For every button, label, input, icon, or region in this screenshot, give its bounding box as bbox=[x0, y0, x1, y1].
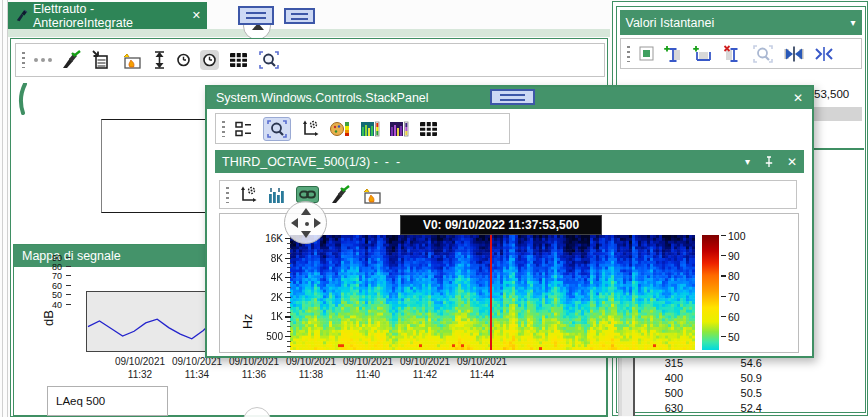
legend-chip-icon[interactable] bbox=[639, 46, 654, 61]
clock-icon[interactable] bbox=[176, 51, 191, 69]
nav-down-icon[interactable] bbox=[301, 231, 311, 238]
overflow-icon[interactable] bbox=[34, 58, 38, 62]
colorbar-tick-mark bbox=[721, 235, 726, 236]
spectro-minor-tick bbox=[287, 243, 291, 244]
zoom-region-icon[interactable] bbox=[258, 50, 280, 70]
valori-timestamp-fragment: 53,500 bbox=[814, 88, 849, 100]
spectrogram-plot[interactable] bbox=[290, 235, 695, 350]
add-span-icon[interactable] bbox=[692, 44, 714, 64]
import-table-icon[interactable] bbox=[91, 50, 111, 70]
spectro-ytick-mark bbox=[285, 258, 291, 259]
main-toolbar bbox=[15, 43, 605, 77]
selection-mark bbox=[15, 83, 29, 115]
fit-vertical-icon[interactable] bbox=[152, 50, 167, 70]
colorbar bbox=[702, 235, 719, 350]
y-tick-mark bbox=[66, 257, 71, 258]
tool-check-icon[interactable] bbox=[328, 185, 351, 205]
valori-frequency-cell[interactable]: 500 bbox=[640, 387, 683, 399]
image-flame-icon[interactable] bbox=[360, 185, 383, 205]
spectro-minor-tick bbox=[287, 346, 291, 347]
toolbar-grip[interactable] bbox=[627, 46, 630, 62]
document-tab[interactable]: Elettrauto - AnterioreIntegrate ✕ bbox=[8, 2, 207, 29]
spectro-minor-tick bbox=[287, 321, 291, 322]
spectro-minor-tick bbox=[287, 272, 291, 273]
spectro-minor-tick bbox=[287, 307, 291, 308]
axes-settings-icon[interactable] bbox=[238, 185, 258, 205]
spectrogram-purple-icon[interactable] bbox=[389, 121, 409, 137]
nav-pad[interactable] bbox=[284, 201, 327, 244]
colorbar-tick-label: 70 bbox=[728, 291, 752, 303]
add-cursor-icon[interactable] bbox=[663, 44, 683, 64]
spectro-minor-tick bbox=[287, 267, 291, 268]
valori-frequency-cell[interactable]: 400 bbox=[640, 372, 683, 384]
floating-window-close-icon[interactable]: ✕ bbox=[793, 91, 803, 105]
tab-title: Elettrauto - AnterioreIntegrate bbox=[33, 2, 192, 30]
app-screen: Elettrauto - AnterioreIntegrate ✕ bbox=[0, 0, 868, 417]
valori-value-cell[interactable]: 50.9 bbox=[722, 372, 762, 384]
table-icon[interactable] bbox=[418, 120, 439, 138]
valori-header[interactable]: Valori Istantanei ▾ bbox=[620, 10, 862, 35]
table-icon[interactable] bbox=[228, 51, 249, 69]
tabstrip-underline bbox=[8, 29, 610, 37]
spectro-ytick-mark bbox=[285, 336, 291, 337]
spectro-minor-tick bbox=[287, 302, 291, 303]
spectro-ytick-mark bbox=[285, 316, 291, 317]
y-tick-mark bbox=[66, 294, 71, 295]
snap-cursors-icon[interactable] bbox=[814, 44, 834, 64]
nav-center-dot[interactable] bbox=[305, 222, 309, 226]
spectro-minor-tick bbox=[287, 282, 291, 283]
spectrogram-green-icon[interactable] bbox=[360, 121, 380, 137]
valori-scrollbar[interactable] bbox=[618, 354, 635, 416]
mappa-legend-label: LAeq 500 bbox=[56, 395, 105, 407]
third-octave-close-icon[interactable]: ✕ bbox=[787, 155, 797, 169]
tab-close-icon[interactable]: ✕ bbox=[192, 9, 201, 22]
spectro-minor-tick bbox=[287, 253, 291, 254]
stats-bars-icon[interactable] bbox=[267, 186, 287, 204]
chevron-down-icon[interactable]: ▾ bbox=[850, 17, 855, 28]
valori-value-cell[interactable]: 52.4 bbox=[722, 402, 762, 414]
colorbar-tick-mark bbox=[721, 296, 726, 297]
spectro-ytick-label: 2K bbox=[257, 292, 283, 303]
valori-title: Valori Istantanei bbox=[626, 16, 851, 30]
image-flame-icon[interactable] bbox=[120, 50, 143, 70]
toolbar-grip[interactable] bbox=[22, 52, 25, 68]
dock-hint-box[interactable] bbox=[284, 8, 315, 24]
mappa-legend-box[interactable]: LAeq 500 bbox=[47, 386, 168, 416]
zoom-region-selected-icon[interactable] bbox=[263, 117, 291, 141]
stackpanel-toolbar bbox=[215, 113, 510, 144]
y-tick-mark bbox=[66, 275, 71, 276]
third-octave-title: THIRD_OCTAVE_500(1/3) - - - bbox=[222, 155, 745, 169]
nav-up-icon[interactable] bbox=[301, 208, 311, 215]
nav-right-icon[interactable] bbox=[314, 218, 321, 228]
tool-check-icon[interactable] bbox=[59, 50, 82, 70]
spectro-minor-tick bbox=[287, 326, 291, 327]
valori-frequency-cell[interactable]: 315 bbox=[640, 357, 683, 369]
valori-frequency-cell[interactable]: 630 bbox=[640, 402, 683, 414]
nav-left-icon[interactable] bbox=[291, 218, 298, 228]
colorbar-tick-label: 100 bbox=[728, 230, 752, 242]
spectro-ytick-mark bbox=[285, 297, 291, 298]
dock-hint-box[interactable] bbox=[490, 89, 535, 105]
spectro-minor-tick bbox=[287, 248, 291, 249]
palette-colorbar-icon[interactable] bbox=[329, 119, 351, 139]
time-cursor-line[interactable] bbox=[490, 235, 492, 350]
valori-value-cell[interactable]: 50.5 bbox=[722, 387, 762, 399]
valori-value-cell[interactable]: 54.6 bbox=[722, 357, 762, 369]
pin-icon[interactable] bbox=[764, 156, 774, 168]
toolbar-grip[interactable] bbox=[226, 187, 229, 203]
collapse-cursors-icon[interactable] bbox=[783, 44, 805, 64]
clock-selected-icon[interactable] bbox=[200, 50, 219, 70]
dock-hint-box[interactable] bbox=[238, 6, 274, 25]
toolbar-grip[interactable] bbox=[222, 121, 225, 137]
axes-settings-icon[interactable] bbox=[300, 119, 320, 139]
colorbar-tick-mark bbox=[721, 275, 726, 276]
spectro-minor-tick bbox=[287, 341, 291, 342]
delete-cursor-icon[interactable] bbox=[723, 44, 743, 64]
layout-tree-icon[interactable] bbox=[234, 120, 254, 138]
chevron-down-icon[interactable]: ▾ bbox=[745, 156, 750, 167]
zoom-disabled-icon[interactable] bbox=[752, 44, 774, 64]
spectro-minor-tick bbox=[287, 331, 291, 332]
colorbar-tick-label: 80 bbox=[728, 270, 752, 282]
third-octave-header[interactable]: THIRD_OCTAVE_500(1/3) - - - ▾ ✕ bbox=[215, 150, 804, 173]
colorbar-tick-label: 60 bbox=[728, 311, 752, 323]
